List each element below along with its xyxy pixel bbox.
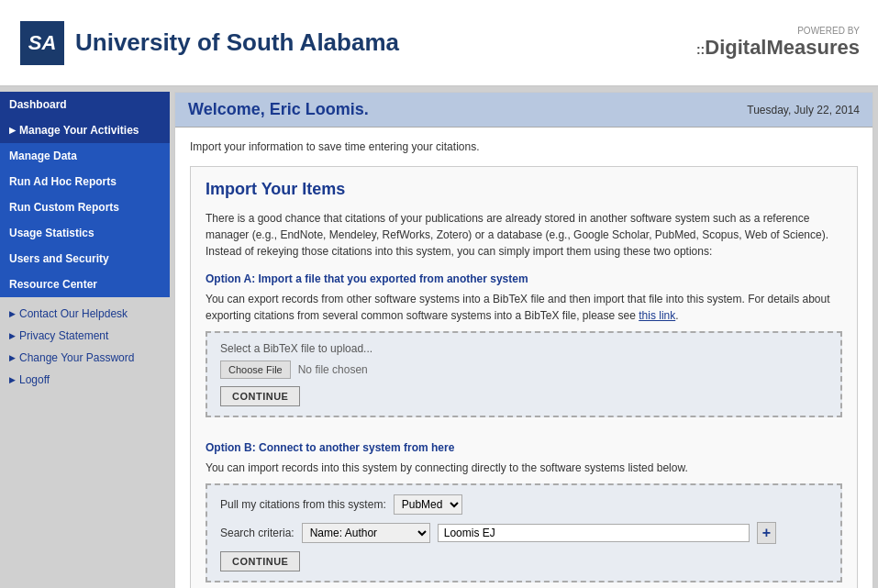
dm-logo-text: ::DigitalMeasures [696, 36, 860, 59]
sidebar-item-run-custom[interactable]: Run Custom Reports [0, 194, 170, 220]
import-desc: There is a good chance that citations of… [206, 210, 842, 260]
sidebar-item-usage-stats[interactable]: Usage Statistics [0, 220, 170, 246]
search-field-select[interactable]: Name: Author [302, 523, 430, 543]
continue-a-button[interactable]: CONTINUE [220, 386, 300, 406]
search-row: Search criteria: Name: Author + [220, 522, 828, 544]
sidebar-link-privacy[interactable]: Privacy Statement [0, 325, 170, 347]
powered-by-text: POWERED BY [696, 26, 860, 36]
university-name: University of South Alabama [75, 28, 399, 57]
this-link[interactable]: this link [639, 309, 675, 322]
continue-a-row: CONTINUE [220, 386, 828, 406]
option-a-title: Option A: Import a file that you exporte… [206, 272, 842, 285]
main-content: Welcome, Eric Loomis. Tuesday, July 22, … [174, 92, 873, 588]
sidebar-link-helpdesk[interactable]: Contact Our Helpdesk [0, 303, 170, 325]
pull-row: Pull my citations from this system: PubM… [220, 494, 828, 515]
continue-b-button[interactable]: CONTINUE [220, 551, 300, 571]
sidebar-item-dashboard[interactable]: Dashboard [0, 92, 170, 117]
logo-initials: SA [18, 19, 66, 67]
option-a-desc: You can export records from other softwa… [206, 291, 842, 324]
option-b-title: Option B: Connect to another system from… [206, 441, 842, 454]
file-row: Choose File No file chosen [220, 361, 828, 379]
section-divider [206, 432, 842, 441]
content-body: Import your information to save time ent… [175, 128, 872, 588]
pull-label: Pull my citations from this system: [220, 498, 386, 511]
sidebar: Dashboard Manage Your Activities Manage … [0, 87, 170, 588]
digital-measures-logo: POWERED BY ::DigitalMeasures [696, 26, 860, 60]
sidebar-item-resource-center[interactable]: Resource Center [0, 272, 170, 297]
sidebar-link-logoff[interactable]: Logoff [0, 369, 170, 391]
continue-b-row: CONTINUE [220, 551, 828, 571]
option-b-desc: You can import records into this system … [206, 460, 842, 476]
add-criteria-button[interactable]: + [757, 522, 776, 544]
sidebar-item-manage-data[interactable]: Manage Data [0, 143, 170, 169]
select-file-label: Select a BibTeX file to upload... [220, 342, 828, 355]
date-text: Tuesday, July 22, 2014 [747, 104, 860, 116]
import-title: Import Your Items [206, 180, 842, 199]
university-logo: SA University of South Alabama [18, 19, 399, 67]
sidebar-item-manage-activities[interactable]: Manage Your Activities [0, 117, 170, 143]
sidebar-link-change-password[interactable]: Change Your Password [0, 347, 170, 369]
choose-file-button[interactable]: Choose File [220, 361, 291, 379]
import-box: Import Your Items There is a good chance… [190, 166, 858, 588]
option-a-box: Select a BibTeX file to upload... Choose… [206, 331, 842, 417]
pull-system-select[interactable]: PubMed [394, 494, 462, 515]
import-intro: Import your information to save time ent… [190, 140, 858, 153]
content-header: Welcome, Eric Loomis. Tuesday, July 22, … [175, 93, 872, 128]
page-header: SA University of South Alabama POWERED B… [0, 0, 878, 87]
sidebar-item-users-security[interactable]: Users and Security [0, 246, 170, 272]
welcome-text: Welcome, Eric Loomis. [188, 100, 369, 119]
no-file-text: No file chosen [298, 363, 368, 376]
search-criteria-label: Search criteria: [220, 527, 295, 539]
option-b-box: Pull my citations from this system: PubM… [206, 483, 842, 582]
sidebar-item-run-adhoc[interactable]: Run Ad Hoc Reports [0, 169, 170, 194]
main-layout: Dashboard Manage Your Activities Manage … [0, 87, 878, 588]
search-value-input[interactable] [438, 524, 750, 542]
